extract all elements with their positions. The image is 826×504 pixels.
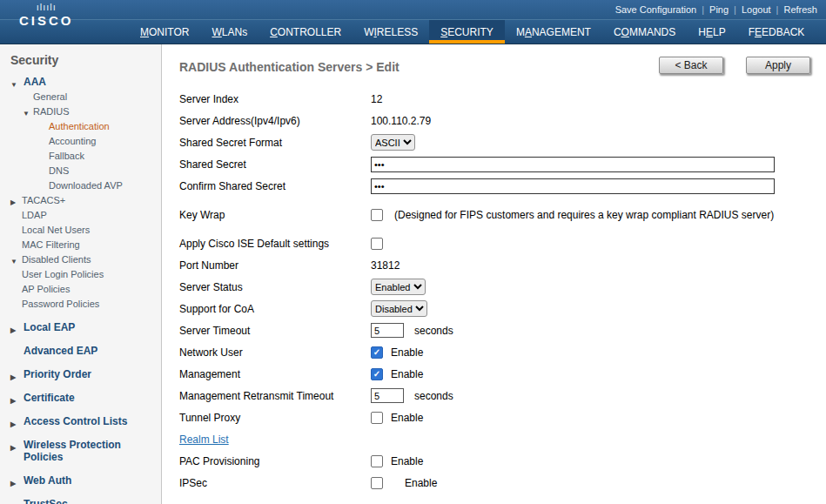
apply-button[interactable]: Apply: [746, 57, 810, 74]
sidebar-item-local-eap[interactable]: ▶Local EAP: [0, 319, 161, 335]
nav-wlans[interactable]: WLANs: [200, 20, 259, 44]
sidebar-item-priority-order[interactable]: ▶Priority Order: [0, 366, 161, 382]
main-content: RADIUS Authentication Servers > Edit < B…: [162, 44, 826, 504]
port-number-row: Port Number 31812: [179, 254, 814, 276]
shared-secret-input[interactable]: [371, 157, 775, 172]
sidebar-item-tacacs[interactable]: ▶TACACS+: [0, 193, 161, 208]
sidebar-item-aaa[interactable]: ▼AAA: [0, 74, 161, 90]
sidebar-item-wireless-protection-policies[interactable]: ▶Wireless Protection Policies: [0, 437, 161, 465]
confirm-shared-secret-input[interactable]: [371, 178, 775, 194]
save-configuration-link[interactable]: Save Configuration: [615, 4, 697, 15]
sidebar-item-downloaded-avp[interactable]: Downloaded AVP: [0, 178, 161, 193]
server-index-label: Server Index: [179, 93, 371, 105]
sidebar-item-disabled-clients[interactable]: ▼Disabled Clients: [0, 252, 161, 267]
nav-monitor[interactable]: MONITOR: [129, 20, 200, 44]
nav-feedback[interactable]: FEEDBACK: [737, 20, 816, 44]
mgmt-retransmit-timeout-row: Management Retransmit Timeout seconds: [179, 385, 814, 407]
nav-security[interactable]: SECURITY: [429, 20, 505, 44]
key-wrap-row: Key Wrap ✓ (Designed for FIPS customers …: [179, 204, 814, 225]
nav-management[interactable]: MANAGEMENT: [505, 20, 602, 44]
management-row: Management ✓ Enable: [179, 363, 814, 385]
port-number-value: 31812: [371, 259, 400, 272]
server-timeout-input[interactable]: [371, 323, 404, 338]
tree-label: Web Auth: [24, 474, 71, 487]
tree-label: General: [33, 91, 67, 102]
sidebar-item-certificate[interactable]: ▶Certificate: [0, 390, 161, 406]
cisco-logo: ılıılı CISCO: [19, 3, 74, 27]
network-user-checkbox[interactable]: ✓: [371, 346, 383, 359]
tree-label: DNS: [49, 165, 69, 176]
nav-help[interactable]: HELP: [687, 20, 736, 44]
title-row: RADIUS Authentication Servers > Edit < B…: [179, 57, 814, 74]
tree-label: Local EAP: [24, 321, 75, 333]
sidebar-item-general[interactable]: General: [0, 90, 161, 104]
ipsec-checkbox[interactable]: ✓: [371, 477, 383, 489]
back-button[interactable]: < Back: [659, 57, 723, 74]
sidebar-item-web-auth[interactable]: ▶Web Auth: [0, 473, 161, 488]
nav-home[interactable]: Home: [816, 20, 826, 44]
ipsec-label: IPSec: [179, 477, 371, 489]
sidebar-item-authentication[interactable]: Authentication: [0, 119, 161, 134]
key-wrap-checkbox[interactable]: ✓: [371, 209, 383, 221]
sidebar-item-accounting[interactable]: Accounting: [0, 134, 161, 149]
tree-label: AP Policies: [22, 284, 70, 294]
sidebar-item-password-policies[interactable]: Password Policies: [0, 297, 161, 312]
tunnel-proxy-label: Tunnel Proxy: [179, 412, 371, 424]
support-coa-select[interactable]: Disabled: [371, 300, 427, 317]
tree-label: Authentication: [49, 121, 110, 131]
ping-link[interactable]: Ping: [709, 4, 729, 15]
tree-label: MAC Filtering: [22, 239, 80, 250]
sidebar-item-user-login-policies[interactable]: User Login Policies: [0, 267, 161, 282]
tunnel-proxy-checkbox[interactable]: ✓: [371, 412, 383, 424]
tree-label: RADIUS: [33, 106, 70, 117]
nav-controller[interactable]: CONTROLLER: [259, 20, 353, 44]
port-number-label: Port Number: [179, 259, 371, 272]
ipsec-suffix: Enable: [405, 477, 437, 489]
pac-provisioning-checkbox[interactable]: ✓: [371, 455, 383, 467]
management-label: Management: [179, 368, 371, 380]
tree-label: Accounting: [49, 136, 96, 146]
tree-label: User Login Policies: [22, 269, 104, 279]
sidebar-item-fallback[interactable]: Fallback: [0, 149, 161, 164]
apply-ise-checkbox[interactable]: ✓: [371, 238, 383, 250]
server-timeout-label: Server Timeout: [179, 325, 371, 337]
management-checkbox[interactable]: ✓: [371, 368, 383, 380]
tree-expanded-icon: ▼: [23, 108, 30, 119]
nav-wireless[interactable]: WIRELESS: [353, 20, 429, 44]
shared-secret-format-row: Shared Secret Format ASCII: [179, 131, 814, 153]
sidebar-item-mac-filtering[interactable]: MAC Filtering: [0, 238, 161, 252]
sidebar-item-local-net-users[interactable]: Local Net Users: [0, 223, 161, 238]
tree-label: LDAP: [22, 210, 47, 220]
management-suffix: Enable: [391, 368, 423, 380]
mgmt-retransmit-timeout-suffix: seconds: [414, 390, 453, 402]
refresh-link[interactable]: Refresh: [783, 4, 817, 15]
sidebar-item-ap-policies[interactable]: AP Policies: [0, 282, 161, 297]
tree-label: TrustSec: [24, 498, 68, 504]
tree-label: Password Policies: [22, 299, 99, 309]
nav-commands[interactable]: COMMANDS: [602, 20, 687, 44]
utility-bar: Save Configuration | Ping | Logout | Ref…: [0, 0, 826, 19]
tree-collapsed-icon: ▶: [10, 372, 16, 384]
sidebar-item-access-control-lists[interactable]: ▶Access Control Lists: [0, 413, 161, 429]
network-user-suffix: Enable: [391, 346, 423, 359]
sidebar-item-advanced-eap[interactable]: Advanced EAP: [0, 343, 161, 359]
support-coa-label: Support for CoA: [179, 303, 371, 315]
sidebar-item-trustsec[interactable]: ▶TrustSec: [0, 496, 161, 504]
sidebar-item-dns[interactable]: DNS: [0, 164, 161, 178]
page-body: Security ▼AAA General ▼RADIUS Authentica…: [0, 44, 826, 504]
tree-label: Advanced EAP: [24, 345, 97, 357]
key-wrap-note: (Designed for FIPS customers and require…: [394, 209, 774, 221]
ipsec-row: IPSec ✓ Enable: [179, 472, 814, 494]
sidebar-item-ldap[interactable]: LDAP: [0, 208, 161, 223]
tree-label: TACACS+: [22, 195, 65, 205]
shared-secret-format-select[interactable]: ASCII: [371, 134, 415, 151]
confirm-shared-secret-row: Confirm Shared Secret: [179, 175, 814, 197]
sidebar-title: Security: [0, 44, 161, 71]
logout-link[interactable]: Logout: [742, 4, 771, 15]
mgmt-retransmit-timeout-input[interactable]: [371, 388, 404, 403]
tree-collapsed-icon: ▶: [10, 325, 16, 337]
server-status-select[interactable]: Enabled: [371, 279, 426, 295]
tree-label: Local Net Users: [22, 225, 90, 235]
sidebar-item-radius[interactable]: ▼RADIUS: [0, 104, 161, 119]
realm-list-link[interactable]: Realm List: [179, 433, 229, 446]
